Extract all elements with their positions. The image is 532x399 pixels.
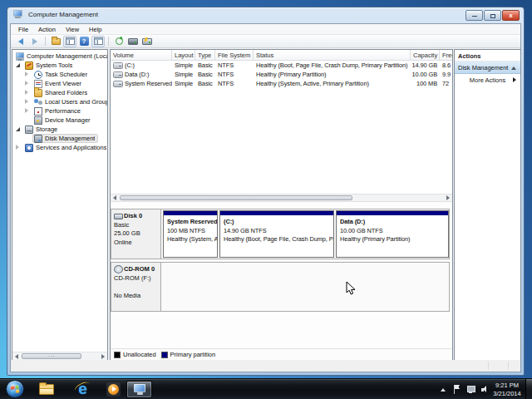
- cell-volume: (C:): [111, 62, 172, 69]
- column-header-volume[interactable]: Volume: [111, 50, 172, 60]
- volume-icon[interactable]: [481, 386, 489, 393]
- scroll-right-button[interactable]: [444, 195, 452, 201]
- tree-item-task-scheduler[interactable]: Task Scheduler: [12, 70, 107, 79]
- disk-header[interactable]: CD-ROM 0CD-ROM (F:) No Media: [111, 263, 161, 311]
- tree-item-computer-management-local[interactable]: Computer Management (Local): [12, 52, 107, 61]
- cell-type: Basic: [195, 80, 215, 87]
- actions-group-disk-management[interactable]: Disk Management: [455, 62, 520, 74]
- scroll-thumb[interactable]: [22, 353, 81, 359]
- volume-list-header[interactable]: VolumeLayoutTypeFile SystemStatusCapacit…: [111, 50, 452, 61]
- tree-item-performance[interactable]: Performance: [12, 106, 107, 116]
- legend-item: Primary partition: [161, 351, 216, 358]
- menu-action[interactable]: Action: [33, 25, 61, 34]
- show-console-tree-icon[interactable]: [63, 36, 76, 47]
- legend-swatch: [161, 352, 168, 358]
- help-icon[interactable]: ?: [77, 36, 91, 47]
- expand-arrow-icon[interactable]: [23, 80, 31, 87]
- legend-item: Unallocated: [114, 351, 156, 358]
- cell-type: Basic: [195, 62, 215, 69]
- scroll-left-button[interactable]: [111, 195, 119, 201]
- cell-fs: NTFS: [215, 71, 254, 78]
- expand-arrow-icon[interactable]: [14, 144, 22, 151]
- collapse-icon: [511, 66, 516, 70]
- tree-item-shared-folders[interactable]: Shared Folders: [12, 88, 107, 97]
- maximize-button[interactable]: [484, 10, 501, 21]
- close-button[interactable]: x: [502, 10, 520, 21]
- disk-action-icon[interactable]: [140, 36, 154, 47]
- partition-data-d[interactable]: Data (D:)10.00 GB NTFSHealthy (Primary P…: [336, 210, 449, 258]
- tree-item-label: Task Scheduler: [45, 71, 87, 78]
- show-action-pane-icon[interactable]: [91, 36, 105, 47]
- volume-row-system-reserved[interactable]: System ReservedSimpleBasicNTFSHealthy (S…: [111, 79, 452, 88]
- menu-view[interactable]: View: [61, 25, 84, 34]
- scroll-left-button[interactable]: [12, 352, 21, 360]
- explorer-taskbar-icon[interactable]: [39, 384, 54, 395]
- menu-file[interactable]: File: [13, 25, 33, 34]
- tree-item-services-and-applications[interactable]: Services and Applications: [12, 143, 107, 152]
- volume-row-data-d[interactable]: Data (D:)SimpleBasicNTFSHealthy (Primary…: [111, 70, 452, 79]
- show-desktop-button[interactable]: [525, 379, 532, 399]
- tree-item-disk-management[interactable]: Disk Management: [12, 134, 107, 143]
- expand-arrow-icon[interactable]: [23, 89, 31, 96]
- collapse-arrow-icon[interactable]: [14, 62, 22, 69]
- column-header-type[interactable]: Type: [195, 50, 215, 60]
- scroll-thumb[interactable]: [120, 195, 352, 200]
- minimize-button[interactable]: [466, 10, 483, 21]
- more-actions-item[interactable]: More Actions: [455, 74, 520, 86]
- tree-horizontal-scrollbar[interactable]: [12, 352, 107, 360]
- internet-explorer-taskbar-icon[interactable]: e: [75, 381, 91, 397]
- volume-horizontal-scrollbar[interactable]: [111, 194, 452, 202]
- tree-item-storage[interactable]: Storage: [12, 125, 107, 134]
- legend-swatch: [114, 352, 121, 358]
- disk-row-disk-0: Disk 0Basic25.00 GBOnlineSystem Reserved…: [111, 209, 450, 259]
- collapse-arrow-icon[interactable]: [14, 126, 22, 133]
- start-button[interactable]: [6, 380, 24, 398]
- tree-item-label: System Tools: [36, 62, 72, 69]
- clock[interactable]: 9:21 PM 3/21/2014: [490, 382, 524, 397]
- computer-management-taskbar-button[interactable]: [126, 381, 152, 398]
- column-header-file-system[interactable]: File System: [215, 50, 254, 60]
- back-icon[interactable]: [14, 36, 27, 47]
- partition-c[interactable]: (C:)14.90 GB NTFSHealthy (Boot, Page Fil…: [219, 210, 334, 258]
- disk-detail: [114, 283, 158, 292]
- cell-capacity: 100 MB: [411, 80, 440, 87]
- expand-arrow-icon[interactable]: [23, 107, 31, 115]
- expand-arrow-icon[interactable]: [23, 71, 31, 78]
- cell-layout: Simple: [172, 62, 195, 69]
- expand-arrow-icon[interactable]: [23, 98, 31, 106]
- disk-detail: CD-ROM (F:): [114, 274, 158, 283]
- menu-help[interactable]: Help: [84, 25, 106, 34]
- forward-icon[interactable]: [28, 36, 42, 47]
- disk-detail: Online: [114, 239, 158, 248]
- task-scheduler-icon: [34, 71, 42, 79]
- network-icon[interactable]: [467, 386, 475, 393]
- device-manager-icon: [34, 116, 42, 125]
- volume-icon: [113, 71, 123, 78]
- column-header-status[interactable]: Status: [254, 50, 411, 60]
- console-tree-pane: Computer Management (Local)System ToolsT…: [12, 49, 108, 361]
- partition-system-reserved[interactable]: System Reserved100 MB NTFSHealthy (Syste…: [163, 210, 218, 258]
- disk-header[interactable]: Disk 0Basic25.00 GBOnline: [111, 209, 161, 259]
- tree-item-local-users-and-groups[interactable]: Local Users and Groups: [12, 97, 107, 106]
- tree-item-event-viewer[interactable]: Event Viewer: [12, 79, 107, 88]
- tree-item-system-tools[interactable]: System Tools: [12, 61, 107, 70]
- tree-item-label: Services and Applications: [36, 144, 106, 151]
- scroll-right-button[interactable]: [99, 352, 107, 360]
- refresh-icon[interactable]: [112, 36, 126, 47]
- cell-status: Healthy (Boot, Page File, Crash Dump, Pr…: [254, 62, 411, 69]
- statusbar: [11, 360, 520, 372]
- titlebar[interactable]: Computer Management x: [7, 7, 524, 23]
- disk-icon[interactable]: [126, 36, 140, 47]
- column-header-capacity[interactable]: Capacity: [411, 50, 440, 60]
- disk-detail: 25.00 GB: [114, 229, 158, 239]
- action-center-icon[interactable]: [454, 385, 461, 394]
- show-hidden-icons-button[interactable]: [441, 388, 446, 392]
- volume-row-c[interactable]: (C:)SimpleBasicNTFSHealthy (Boot, Page F…: [111, 61, 452, 70]
- tree-item-device-manager[interactable]: Device Manager: [12, 116, 107, 125]
- computer-management-window: Computer Management x FileActionViewHelp…: [7, 7, 525, 376]
- export-list-icon[interactable]: [49, 36, 62, 47]
- tree-item-label: Storage: [36, 126, 57, 133]
- column-header-free[interactable]: Free: [440, 50, 452, 60]
- column-header-layout[interactable]: Layout: [172, 50, 195, 60]
- media-player-taskbar-icon[interactable]: [106, 382, 121, 397]
